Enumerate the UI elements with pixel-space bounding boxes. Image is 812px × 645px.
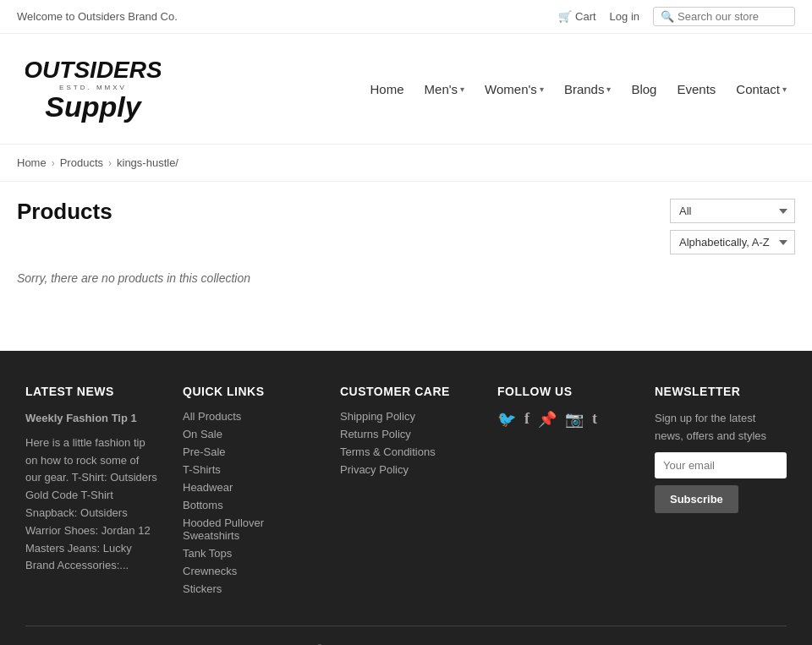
products-section: Products All Alphabetically, A-Z Sorry, … <box>0 182 812 351</box>
top-bar: Welcome to Outsiders Brand Co. 🛒 Cart Lo… <box>0 0 812 34</box>
chevron-down-icon: ▾ <box>460 85 464 94</box>
cart-icon-symbol: 🛒 <box>558 10 572 23</box>
nav-mens[interactable]: Men's ▾ <box>425 82 465 96</box>
header: OUTSIDERS ESTD. MMXV Supply Home Men's ▾… <box>0 34 812 145</box>
quick-links-heading: Quick Links <box>183 385 315 398</box>
instagram-link[interactable]: 📷 <box>565 410 584 429</box>
footer-quick-links: Quick Links All Products On Sale Pre-Sal… <box>183 385 315 600</box>
footer-follow-us: Follow Us 🐦 f 📌 📷 t <box>497 385 629 600</box>
quick-link-tshirts[interactable]: T-Shirts <box>183 463 315 476</box>
quick-link-pre-sale[interactable]: Pre-Sale <box>183 445 315 458</box>
newsletter-email-input[interactable] <box>655 452 787 478</box>
breadcrumb: Home › Products › kings-hustle/ <box>0 145 812 182</box>
top-bar-right: 🛒 Cart Log in 🔍 <box>558 7 795 26</box>
chevron-down-icon-womens: ▾ <box>540 85 544 94</box>
latest-news-heading: Latest News <box>25 385 157 398</box>
article-excerpt: Here is a little fashion tip on how to r… <box>25 435 157 575</box>
search-icon: 🔍 <box>661 10 674 23</box>
footer-bottom: Copyright © 2018, Outsiders Brand Co.. P… <box>25 626 787 645</box>
newsletter-heading: Newsletter <box>655 385 787 398</box>
pinterest-icon: 📌 <box>538 411 557 428</box>
nav-brands-label: Brands <box>564 82 605 96</box>
footer-newsletter: Newsletter Sign up for the latest news, … <box>655 385 787 600</box>
instagram-icon: 📷 <box>565 411 584 428</box>
chevron-down-icon-contact: ▾ <box>782 85 787 94</box>
quick-link-crewnecks[interactable]: Crewnecks <box>183 565 315 577</box>
main-nav: Home Men's ▾ Women's ▾ Brands ▾ Blog Eve… <box>370 82 787 96</box>
footer: Latest News Weekly Fashion Tip 1 Here is… <box>0 351 812 645</box>
svg-text:Supply: Supply <box>45 90 142 123</box>
breadcrumb-current: kings-hustle/ <box>117 156 178 169</box>
breadcrumb-sep-2: › <box>108 157 112 169</box>
logo-svg: OUTSIDERS ESTD. MMXV Supply <box>25 51 161 127</box>
nav-events[interactable]: Events <box>677 82 716 96</box>
tumblr-icon: t <box>592 410 597 427</box>
privacy-link[interactable]: Privacy Policy <box>340 463 472 476</box>
returns-policy-link[interactable]: Returns Policy <box>340 428 472 440</box>
welcome-text: Welcome to Outsiders Brand Co. <box>17 10 178 23</box>
tumblr-link[interactable]: t <box>592 410 597 429</box>
breadcrumb-sep-1: › <box>52 157 55 169</box>
quick-link-bottoms[interactable]: Bottoms <box>183 499 315 511</box>
quick-link-stickers[interactable]: Stickers <box>183 582 315 595</box>
products-header: Products All Alphabetically, A-Z <box>17 199 795 254</box>
footer-grid: Latest News Weekly Fashion Tip 1 Here is… <box>25 385 787 600</box>
logo-area: OUTSIDERS ESTD. MMXV Supply <box>25 51 161 127</box>
nav-womens-label: Women's <box>485 82 537 96</box>
footer-customer-care: Customer Care Shipping Policy Returns Po… <box>340 385 472 600</box>
nav-womens[interactable]: Women's ▾ <box>485 82 544 96</box>
cart-label: Cart <box>575 10 596 23</box>
breadcrumb-home[interactable]: Home <box>17 156 47 169</box>
logo: OUTSIDERS ESTD. MMXV Supply <box>25 51 161 127</box>
search-input[interactable] <box>678 10 787 23</box>
category-filter[interactable]: All <box>670 199 795 223</box>
quick-link-tank-tops[interactable]: Tank Tops <box>183 547 315 560</box>
nav-blog[interactable]: Blog <box>631 82 656 96</box>
social-links: 🐦 f 📌 📷 t <box>497 410 629 429</box>
subscribe-button[interactable]: Subscribe <box>655 485 738 513</box>
nav-mens-label: Men's <box>425 82 458 96</box>
breadcrumb-products[interactable]: Products <box>60 156 103 169</box>
footer-latest-news: Latest News Weekly Fashion Tip 1 Here is… <box>25 385 157 600</box>
follow-us-heading: Follow Us <box>497 385 629 398</box>
newsletter-description: Sign up for the latest news, offers and … <box>655 410 787 445</box>
nav-contact[interactable]: Contact ▾ <box>736 82 787 96</box>
cart-link[interactable]: 🛒 Cart <box>558 10 596 23</box>
nav-home[interactable]: Home <box>370 82 404 96</box>
pinterest-link[interactable]: 📌 <box>538 410 557 429</box>
chevron-down-icon-brands: ▾ <box>606 85 611 94</box>
twitter-icon: 🐦 <box>497 411 516 428</box>
sort-select[interactable]: Alphabetically, A-Z <box>670 230 795 254</box>
customer-care-heading: Customer Care <box>340 385 472 398</box>
svg-text:OUTSIDERS: OUTSIDERS <box>25 57 161 83</box>
quick-link-hooded[interactable]: Hooded Pullover Sweatshirts <box>183 517 315 542</box>
login-link[interactable]: Log in <box>610 10 639 23</box>
twitter-link[interactable]: 🐦 <box>497 410 516 429</box>
article-title: Weekly Fashion Tip 1 <box>25 410 157 428</box>
filter-controls: All Alphabetically, A-Z <box>670 199 795 254</box>
terms-link[interactable]: Terms & Conditions <box>340 445 472 458</box>
search-form: 🔍 <box>653 7 795 26</box>
facebook-icon: f <box>524 410 529 427</box>
nav-brands[interactable]: Brands ▾ <box>564 82 612 96</box>
shipping-policy-link[interactable]: Shipping Policy <box>340 410 472 423</box>
nav-contact-label: Contact <box>736 82 780 96</box>
facebook-link[interactable]: f <box>524 410 529 429</box>
quick-link-headwear[interactable]: Headwear <box>183 481 315 494</box>
quick-link-all-products[interactable]: All Products <box>183 410 315 423</box>
page-title: Products <box>17 199 112 225</box>
empty-message: Sorry, there are no products in this col… <box>17 271 795 285</box>
quick-link-on-sale[interactable]: On Sale <box>183 428 315 440</box>
